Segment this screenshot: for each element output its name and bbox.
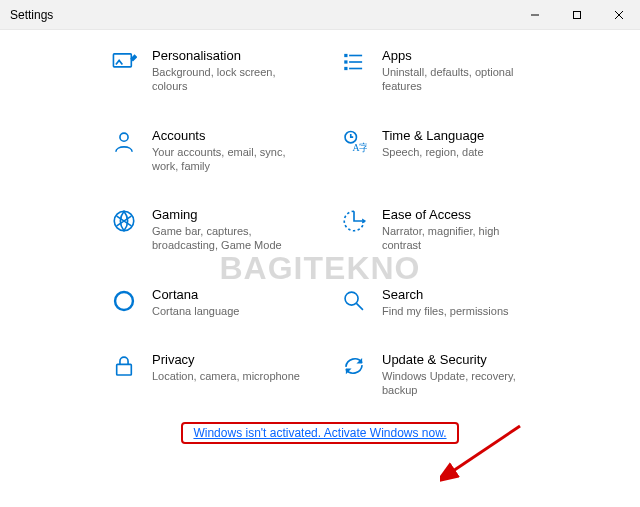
svg-line-18 [356,303,363,310]
tile-time-language[interactable]: A字 Time & Language Speech, region, date [340,128,530,174]
window-controls [514,0,640,30]
apps-icon [340,48,368,76]
titlebar: Settings [0,0,640,30]
tile-title: Personalisation [152,48,300,63]
tile-subtitle: Speech, region, date [382,145,484,159]
update-security-icon [340,352,368,380]
tile-gaming[interactable]: Gaming Game bar, captures, broadcasting,… [110,207,300,253]
minimize-button[interactable] [514,0,556,30]
tile-title: Ease of Access [382,207,530,222]
tile-subtitle: Windows Update, recovery, backup [382,369,530,398]
svg-rect-1 [574,11,581,18]
close-button[interactable] [598,0,640,30]
svg-rect-10 [349,68,362,70]
svg-rect-8 [349,61,362,63]
tile-title: Privacy [152,352,300,367]
tile-subtitle: Background, lock screen, colours [152,65,300,94]
accounts-icon [110,128,138,156]
tile-privacy[interactable]: Privacy Location, camera, microphone [110,352,300,398]
tile-subtitle: Your accounts, email, sync, work, family [152,145,300,174]
tile-title: Cortana [152,287,239,302]
ease-of-access-icon [340,207,368,235]
settings-grid: Personalisation Background, lock screen,… [110,48,530,398]
privacy-icon [110,352,138,380]
tile-cortana[interactable]: Cortana Cortana language [110,287,300,318]
svg-rect-19 [117,364,132,375]
tile-subtitle: Narrator, magnifier, high contrast [382,224,530,253]
svg-rect-6 [349,55,362,57]
activation-link[interactable]: Windows isn't activated. Activate Window… [181,422,458,444]
tile-subtitle: Uninstall, defaults, optional features [382,65,530,94]
maximize-button[interactable] [556,0,598,30]
tile-title: Gaming [152,207,300,222]
tile-title: Apps [382,48,530,63]
tile-search[interactable]: Search Find my files, permissions [340,287,530,318]
tile-title: Accounts [152,128,300,143]
svg-point-17 [345,292,358,305]
svg-rect-5 [344,54,347,57]
tile-title: Time & Language [382,128,484,143]
time-language-icon: A字 [340,128,368,156]
tile-title: Update & Security [382,352,530,367]
svg-rect-7 [344,60,347,63]
activation-bar: Windows isn't activated. Activate Window… [110,422,530,444]
tile-apps[interactable]: Apps Uninstall, defaults, optional featu… [340,48,530,94]
settings-content: Personalisation Background, lock screen,… [0,30,640,458]
gaming-icon [110,207,138,235]
tile-subtitle: Cortana language [152,304,239,318]
window-title: Settings [10,8,53,22]
tile-subtitle: Game bar, captures, broadcasting, Game M… [152,224,300,253]
tile-update-security[interactable]: Update & Security Windows Update, recove… [340,352,530,398]
personalisation-icon [110,48,138,76]
tile-subtitle: Location, camera, microphone [152,369,300,383]
svg-rect-4 [113,54,131,67]
tile-ease-of-access[interactable]: Ease of Access Narrator, magnifier, high… [340,207,530,253]
svg-rect-9 [344,67,347,70]
svg-point-16 [115,292,133,310]
search-icon [340,287,368,315]
tile-personalisation[interactable]: Personalisation Background, lock screen,… [110,48,300,94]
tile-accounts[interactable]: Accounts Your accounts, email, sync, wor… [110,128,300,174]
svg-point-11 [120,133,128,141]
svg-text:A字: A字 [352,142,367,153]
tile-title: Search [382,287,509,302]
cortana-icon [110,287,138,315]
tile-subtitle: Find my files, permissions [382,304,509,318]
